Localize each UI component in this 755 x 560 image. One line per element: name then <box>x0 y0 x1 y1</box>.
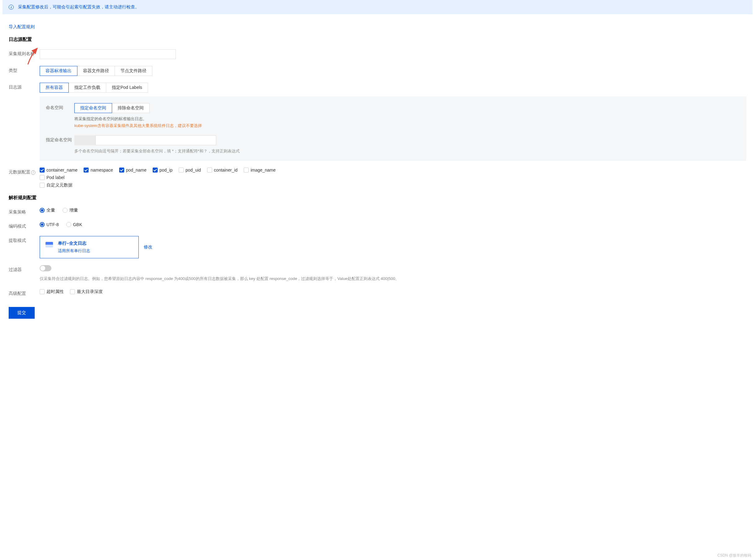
cb-max-depth[interactable]: 最大目录深度 <box>70 289 103 295</box>
cb-pod-label[interactable]: Pod label <box>40 175 64 180</box>
extract-mode-desc: 适用所有单行日志 <box>58 248 90 254</box>
log-source-button-group: 所有容器 指定工作负载 指定Pod Labels <box>40 83 148 93</box>
log-source-option-podlabels[interactable]: 指定Pod Labels <box>106 83 148 93</box>
cb-pod-name[interactable]: pod_name <box>119 167 146 173</box>
spec-namespace-help: 多个命名空间由逗号隔开；若要采集全部命名空间，填 *；支持通配符*和？，支持正则… <box>74 148 740 154</box>
filter-label: 过滤器 <box>9 265 40 273</box>
submit-button[interactable]: 提交 <box>9 307 35 319</box>
advanced-label: 高级配置 <box>9 289 40 296</box>
metadata-label: 元数据配置i <box>9 167 40 175</box>
spec-namespace-label: 指定命名空间 <box>46 135 74 143</box>
filter-help-text: 仅采集符合过滤规则的日志。例如，您希望原始日志内容中 response_code… <box>40 276 746 282</box>
type-label: 类型 <box>9 66 40 74</box>
namespace-hint1: 将采集指定的命名空间的标准输出日志。 <box>74 116 202 122</box>
extract-mode-card[interactable]: 单行–全文日志 适用所有单行日志 <box>40 236 139 258</box>
namespace-option-exclude[interactable]: 排除命名空间 <box>112 103 149 113</box>
spec-namespace-input[interactable] <box>95 135 216 145</box>
info-icon: i <box>9 5 14 9</box>
strategy-radio-group: 全量 增量 <box>40 207 78 213</box>
cb-pod-uid[interactable]: pod_uid <box>179 167 201 173</box>
type-button-group: 容器标准输出 容器文件路径 节点文件路径 <box>40 66 152 76</box>
cb-timeout-attr[interactable]: 超时属性 <box>40 289 64 295</box>
strategy-label: 采集策略 <box>9 207 40 215</box>
namespace-hint2: kube-system含有容器采集组件及其他大量系统组件日志，建议不要选择 <box>74 123 202 128</box>
cb-container-name[interactable]: container_name <box>40 167 77 173</box>
strategy-full[interactable]: 全量 <box>40 207 55 213</box>
namespace-button-group: 指定命名空间 排除命名空间 <box>74 103 149 113</box>
cb-image-name[interactable]: image_name <box>244 167 276 173</box>
cb-namespace[interactable]: namespace <box>84 167 113 173</box>
extract-mode-label: 提取模式 <box>9 236 40 243</box>
rule-name-label: 采集规则名称 <box>9 49 40 57</box>
banner-text: 采集配置修改后，可能会引起索引配置失效，请主动进行检查。 <box>18 4 139 10</box>
advanced-checkbox-group: 超时属性 最大目录深度 <box>40 289 746 295</box>
encoding-label: 编码模式 <box>9 222 40 229</box>
extract-mode-title: 单行–全文日志 <box>58 241 90 246</box>
encoding-radio-group: UTF-8 GBK <box>40 222 82 227</box>
info-banner: i 采集配置修改后，可能会引起索引配置失效，请主动进行检查。 <box>2 0 753 14</box>
metadata-checkbox-row3: 自定义元数据 <box>40 182 746 188</box>
log-source-option-workload[interactable]: 指定工作负载 <box>68 83 106 93</box>
cb-custom-metadata[interactable]: 自定义元数据 <box>40 182 73 188</box>
single-line-icon <box>45 242 53 247</box>
encoding-utf8[interactable]: UTF-8 <box>40 222 59 227</box>
filter-switch[interactable] <box>40 265 52 271</box>
cb-container-id[interactable]: container_id <box>207 167 238 173</box>
extract-modify-link[interactable]: 修改 <box>144 244 152 250</box>
cb-pod-ip[interactable]: pod_ip <box>153 167 172 173</box>
spec-namespace-prefix <box>74 135 95 145</box>
metadata-checkbox-row1: container_name namespace pod_name pod_ip… <box>40 167 746 173</box>
log-source-option-all[interactable]: 所有容器 <box>40 83 69 93</box>
rule-name-input[interactable] <box>40 49 176 59</box>
metadata-info-icon[interactable]: i <box>31 171 35 175</box>
import-config-link[interactable]: 导入配置规则 <box>9 24 35 30</box>
namespace-subsection: 命名空间 指定命名空间 排除命名空间 将采集指定的命名空间的标准输出日志。 ku… <box>40 96 746 161</box>
section-log-source-title: 日志源配置 <box>9 37 746 42</box>
metadata-checkbox-row2: Pod label <box>40 175 746 180</box>
strategy-incremental[interactable]: 增量 <box>63 207 78 213</box>
log-source-label: 日志源 <box>9 83 40 90</box>
type-option-container-file[interactable]: 容器文件路径 <box>77 66 115 76</box>
encoding-gbk[interactable]: GBK <box>66 222 82 227</box>
namespace-label: 命名空间 <box>46 103 74 111</box>
namespace-option-include[interactable]: 指定命名空间 <box>74 103 112 113</box>
type-option-node-file[interactable]: 节点文件路径 <box>115 66 152 76</box>
type-option-stdout[interactable]: 容器标准输出 <box>40 66 77 76</box>
section-parse-title: 解析规则配置 <box>9 195 746 201</box>
